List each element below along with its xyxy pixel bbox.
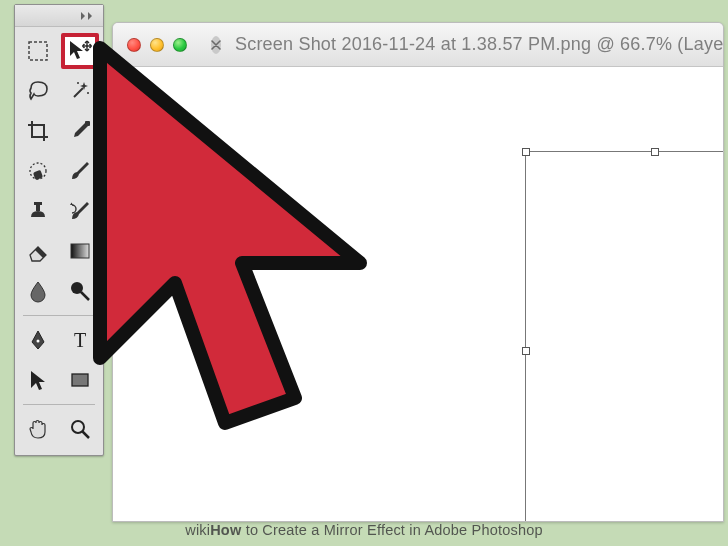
path-selection-tool-icon[interactable] <box>19 362 57 398</box>
svg-rect-6 <box>85 121 90 126</box>
close-window-button[interactable] <box>127 38 141 52</box>
magic-wand-tool-icon[interactable] <box>61 73 99 109</box>
pen-tool-icon[interactable] <box>19 322 57 358</box>
svg-line-18 <box>83 432 90 439</box>
eyedropper-tool-icon[interactable] <box>61 113 99 149</box>
window-controls <box>127 38 187 52</box>
rectangle-tool-icon[interactable] <box>61 362 99 398</box>
hand-tool-icon[interactable] <box>19 411 57 447</box>
svg-text:T: T <box>74 329 86 351</box>
crop-tool-icon[interactable] <box>19 113 57 149</box>
watermark-brand-b: How <box>210 522 241 538</box>
tools-panel-header[interactable] <box>15 5 103 27</box>
type-tool-icon[interactable]: T <box>61 322 99 358</box>
document-window: Screen Shot 2016-11-24 at 1.38.57 PM.png… <box>112 22 724 522</box>
zoom-window-button[interactable] <box>173 38 187 52</box>
svg-point-4 <box>87 92 89 94</box>
svg-rect-11 <box>71 244 89 258</box>
blur-tool-icon[interactable] <box>19 273 57 309</box>
minimize-window-button[interactable] <box>150 38 164 52</box>
healing-brush-tool-icon[interactable] <box>19 153 57 189</box>
transform-handle-top-left[interactable] <box>522 148 530 156</box>
svg-line-13 <box>81 292 89 300</box>
zoom-tool-icon[interactable] <box>61 411 99 447</box>
brush-tool-icon[interactable] <box>61 153 99 189</box>
watermark-brand-a: wiki <box>185 522 210 538</box>
eraser-tool-icon[interactable] <box>19 233 57 269</box>
watermark: wikiHow to Create a Mirror Effect in Ado… <box>0 522 728 538</box>
svg-line-3 <box>74 88 83 97</box>
titlebar: Screen Shot 2016-11-24 at 1.38.57 PM.png… <box>113 23 723 67</box>
tool-separator <box>23 404 95 405</box>
gradient-tool-icon[interactable] <box>61 233 99 269</box>
document-title: Screen Shot 2016-11-24 at 1.38.57 PM.png… <box>235 34 724 55</box>
history-brush-tool-icon[interactable] <box>61 193 99 229</box>
transform-handle-middle-left[interactable] <box>522 347 530 355</box>
svg-rect-10 <box>34 202 42 205</box>
transform-handle-top-center[interactable] <box>651 148 659 156</box>
clone-stamp-tool-icon[interactable] <box>19 193 57 229</box>
transform-bounding-box[interactable] <box>525 151 724 522</box>
svg-rect-0 <box>29 42 47 60</box>
svg-rect-16 <box>72 374 88 386</box>
dodge-tool-icon[interactable] <box>61 273 99 309</box>
marquee-tool-icon[interactable] <box>19 33 57 69</box>
tools-panel: T <box>14 4 104 456</box>
svg-point-5 <box>77 82 79 84</box>
close-document-button[interactable] <box>211 36 221 54</box>
watermark-text: to Create a Mirror Effect in Adobe Photo… <box>241 522 542 538</box>
tool-separator <box>23 315 95 316</box>
move-tool-icon[interactable] <box>61 33 99 69</box>
canvas[interactable] <box>113 67 723 521</box>
collapse-icon <box>79 11 97 21</box>
svg-point-14 <box>37 340 40 343</box>
lasso-tool-icon[interactable] <box>19 73 57 109</box>
svg-point-17 <box>72 421 84 433</box>
